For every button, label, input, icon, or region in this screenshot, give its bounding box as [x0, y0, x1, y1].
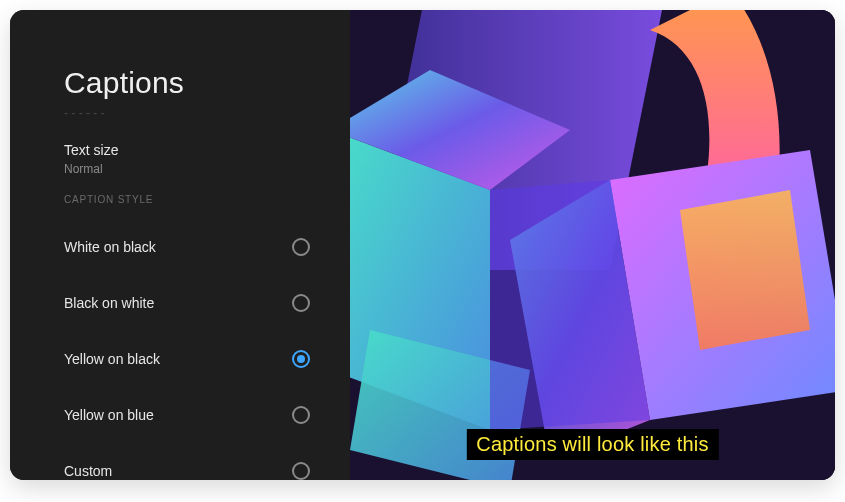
text-size-setting[interactable]: Text size Normal: [64, 142, 314, 176]
text-size-label: Text size: [64, 142, 314, 158]
option-label: Yellow on black: [64, 351, 160, 367]
radio-icon: [292, 238, 310, 256]
preview-art: [350, 10, 835, 480]
previous-setting-faded: - - - - - -: [64, 106, 314, 120]
option-label: Yellow on blue: [64, 407, 154, 423]
option-yellow-on-black[interactable]: Yellow on black: [64, 331, 314, 387]
option-yellow-on-blue[interactable]: Yellow on blue: [64, 387, 314, 443]
page-title: Captions: [64, 66, 314, 100]
settings-screen: Captions - - - - - - Text size Normal CA…: [10, 10, 835, 480]
caption-style-options: White on black Black on white Yellow on …: [64, 219, 314, 480]
radio-icon: [292, 406, 310, 424]
caption-sample-text: Captions will look like this: [466, 429, 718, 460]
radio-icon: [292, 294, 310, 312]
radio-icon: [292, 462, 310, 480]
text-size-value: Normal: [64, 162, 314, 176]
option-label: Custom: [64, 463, 112, 479]
caption-style-header: CAPTION STYLE: [64, 194, 314, 205]
option-label: White on black: [64, 239, 156, 255]
option-label: Black on white: [64, 295, 154, 311]
option-white-on-black[interactable]: White on black: [64, 219, 314, 275]
caption-preview-area: Captions will look like this: [350, 10, 835, 480]
radio-icon-selected: [292, 350, 310, 368]
option-custom[interactable]: Custom: [64, 443, 314, 480]
captions-settings-panel: Captions - - - - - - Text size Normal CA…: [10, 10, 350, 480]
svg-marker-6: [680, 190, 810, 350]
option-black-on-white[interactable]: Black on white: [64, 275, 314, 331]
